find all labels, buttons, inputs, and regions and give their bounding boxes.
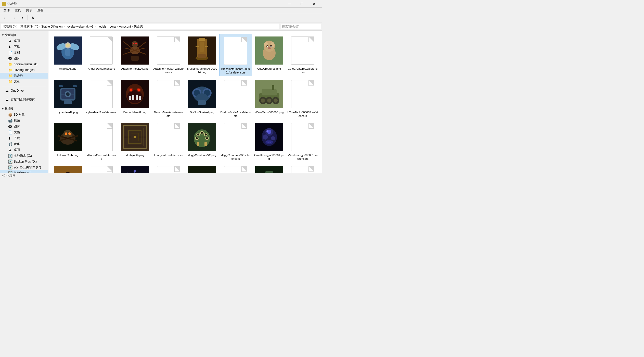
file-item-angelic-png[interactable]: AngelicAI.png bbox=[51, 34, 84, 76]
file-item-klabyrinth-safe[interactable]: kLabyrinth.safetensors bbox=[152, 120, 185, 162]
menu-share[interactable]: 共享 bbox=[24, 8, 34, 13]
sidebar-item-drive-l[interactable]: 💽 其他软件 (L:) bbox=[0, 170, 48, 173]
sidebar-item-3dobjects[interactable]: 📦 3D 对象 bbox=[0, 112, 48, 118]
file-item-kcutetank-safe[interactable]: kCuteTank-000005.safetensors bbox=[286, 77, 319, 119]
forward-button[interactable]: → bbox=[10, 14, 18, 22]
menu-view[interactable]: 查看 bbox=[35, 8, 45, 13]
sidebar-item-pc-desktop[interactable]: 🖥 桌面 bbox=[0, 147, 48, 153]
file-item-kvoid-png[interactable]: kVoidEnergy-000001.png bbox=[253, 120, 286, 162]
file-item-manyeyed-png[interactable]: ManyEyedHorrorAI-000011.png bbox=[186, 163, 218, 173]
file-thumbnail-cute bbox=[254, 35, 285, 66]
baidu-icon: ☁ bbox=[5, 98, 9, 102]
generic-file-icon bbox=[291, 36, 314, 65]
file-item-cyberdead-png[interactable]: cyberdead2.png bbox=[51, 77, 84, 119]
menu-home[interactable]: 主页 bbox=[13, 8, 23, 13]
file-item-cyberdead-safe[interactable]: cyberdead2.safetensors bbox=[85, 77, 118, 119]
content-area: AngelicAI.png AngelicAI.safetensors bbox=[48, 31, 322, 173]
maximize-button[interactable]: □ bbox=[296, 0, 308, 8]
documents-icon: 📄 bbox=[8, 51, 12, 55]
download-icon: ⬇ bbox=[8, 45, 12, 49]
pc-desktop-icon: 🖥 bbox=[8, 148, 12, 152]
drive-c-icon: 💽 bbox=[8, 154, 12, 158]
breadcrumb-part-2[interactable]: Stable Diffusion bbox=[41, 25, 63, 28]
file-item-dragon-safe[interactable]: Dra9onScaleAI.safetensors bbox=[219, 77, 252, 119]
menu-file[interactable]: 文件 bbox=[2, 8, 12, 13]
back-button[interactable]: ← bbox=[1, 14, 9, 22]
svg-point-92 bbox=[134, 136, 136, 138]
sidebar-item-music[interactable]: 🎵 音乐 bbox=[0, 141, 48, 147]
minimize-button[interactable]: ─ bbox=[284, 0, 295, 8]
file-item-kcutetank-png[interactable]: kCuteTank-000005.png bbox=[253, 77, 286, 119]
file-thumbnail-manyblades bbox=[120, 165, 150, 173]
up-button[interactable]: ↑ bbox=[18, 14, 27, 22]
breadcrumb-part-3[interactable]: novelai-webui-aki-v3 bbox=[66, 25, 94, 28]
file-thumbnail-kvoid-safe bbox=[287, 122, 318, 152]
file-item-manyblades-safe[interactable]: ManyBladesAIv2.safetensors bbox=[152, 163, 185, 173]
sidebar-item-onedrive[interactable]: ☁ OneDrive bbox=[0, 88, 48, 93]
sidebar-item-baidu[interactable]: ☁ 百度网盘同步空间 bbox=[0, 97, 48, 103]
file-item-ladybug-safe[interactable]: LadybugAI.safetensors bbox=[85, 163, 118, 173]
breadcrumb-part-7[interactable]: 悦合类 bbox=[134, 24, 143, 29]
file-item-kugly-safe[interactable]: kUglyCreaturesV2.safetensors bbox=[219, 120, 252, 162]
sidebar-item-downloads[interactable]: ⬇ 下载 bbox=[0, 44, 48, 50]
sidebar-item-pc-documents[interactable]: 📄 文档 bbox=[0, 129, 48, 135]
breadcrumb-part-6[interactable]: konyconi bbox=[119, 25, 131, 28]
sidebar-quick-access-label: 快速访问 bbox=[5, 33, 16, 37]
sidebar-item-novelai[interactable]: 📁 novelai-webui-aki bbox=[0, 61, 48, 67]
sidebar-thispc-header[interactable]: ▾ 此视频 bbox=[0, 106, 48, 112]
file-thumbnail-manyblades-safe bbox=[153, 165, 184, 173]
file-item-ladybug-png[interactable]: LadybugAI.png bbox=[51, 163, 84, 173]
file-item-arachno-png[interactable]: ArachnoPhobiaAI.png bbox=[119, 34, 151, 76]
sidebar-item-documents[interactable]: 📄 文档 bbox=[0, 50, 48, 56]
sidebar-item-pc-pictures[interactable]: 🖼 图片 bbox=[0, 124, 48, 129]
sidebar-item-desktop[interactable]: 🖥 桌面 bbox=[0, 38, 48, 44]
file-name-khorror-safe: kHorrorCrab.safetensors bbox=[86, 153, 117, 161]
folder-novelai-icon: 📁 bbox=[8, 62, 12, 66]
sidebar-item-video[interactable]: 📹 视频 bbox=[0, 118, 48, 124]
sidebar-sep-2 bbox=[2, 95, 46, 95]
file-item-khorror-png[interactable]: kHorrorCrab.png bbox=[51, 120, 84, 162]
sidebar-item-pc-downloads[interactable]: ⬇ 下载 bbox=[0, 135, 48, 141]
file-item-brass-png[interactable]: BrassInstrumentAI-000014.png bbox=[186, 34, 218, 76]
file-item-cute-safe[interactable]: CuteCreatures.safetensors bbox=[286, 34, 319, 76]
breadcrumb-part-1[interactable]: 其他软件 (b:) bbox=[20, 24, 38, 29]
file-item-arachno-safe[interactable]: ArachnoPhobiaAI.safetensors bbox=[152, 34, 185, 76]
sidebar-item-drive-e[interactable]: 💽 设计办公类软件 (E:) bbox=[0, 164, 48, 170]
file-thumbnail-kcutetank-safe bbox=[287, 79, 318, 109]
file-item-brass-safe[interactable]: BrassInstrumentAI-000014.safetensors bbox=[219, 34, 252, 76]
svg-rect-157 bbox=[265, 171, 273, 173]
sidebar-item-drive-c[interactable]: 💽 本地磁盘 (C:) bbox=[0, 153, 48, 159]
file-item-cute-png[interactable]: CuteCreatures.png bbox=[253, 34, 286, 76]
sidebar-item-yuhelei[interactable]: 📁 悦合类 bbox=[0, 73, 48, 79]
search-input[interactable] bbox=[282, 25, 319, 28]
file-item-kvoid-safe[interactable]: kVoidEnergy-000001.safetensors bbox=[286, 120, 319, 162]
file-item-mech4nim-safe[interactable]: Mech4nim4lAI.safetensors bbox=[286, 163, 319, 173]
sidebar-quick-access-header[interactable]: ▾ 快速访问 bbox=[0, 32, 48, 38]
sidebar-item-wenzhang[interactable]: 📁 文章 bbox=[0, 79, 48, 84]
file-name-kcutetank: kCuteTank-000005.png bbox=[255, 110, 284, 114]
sidebar-item-pictures[interactable]: 🖼 图片 bbox=[0, 56, 48, 61]
sidebar-item-pc-desktop-label: 桌面 bbox=[14, 148, 20, 152]
toolbar-separator bbox=[28, 15, 28, 20]
file-item-kugly-png[interactable]: kUglyCreaturesV2.png bbox=[186, 120, 218, 162]
sidebar-item-drive-e-label: 设计办公类软件 (E:) bbox=[14, 165, 41, 169]
file-item-khorror-safe[interactable]: kHorrorCrab.safetensors bbox=[85, 120, 118, 162]
refresh-button[interactable]: ↻ bbox=[29, 14, 37, 22]
sidebar-item-drive-d[interactable]: 💽 Backup Plus (D:) bbox=[0, 159, 48, 164]
file-item-manyeyed-safe[interactable]: ManyEyedHorrorAI-000011.safetensors bbox=[219, 163, 252, 173]
file-item-demonmaw-png[interactable]: DemonMawAI.png bbox=[119, 77, 151, 119]
sidebar-item-pc-downloads-label: 下载 bbox=[14, 136, 20, 140]
sidebar-item-txt2img[interactable]: 📁 txt2img-images bbox=[0, 67, 48, 73]
breadcrumb[interactable]: 此电脑 (b:) › 其他软件 (b:) › Stable Diffusion … bbox=[1, 24, 279, 29]
breadcrumb-part-5[interactable]: Lora bbox=[110, 25, 116, 28]
search-box[interactable] bbox=[280, 24, 321, 29]
breadcrumb-part-0[interactable]: 此电脑 (b:) bbox=[3, 24, 17, 29]
file-item-angelic-safe[interactable]: AngelicAI.safetensors bbox=[85, 34, 118, 76]
file-item-mech4nim-png[interactable]: Mech4nim4lAI.png bbox=[253, 163, 286, 173]
breadcrumb-part-4[interactable]: models bbox=[97, 25, 107, 28]
close-button[interactable]: ✕ bbox=[308, 0, 320, 8]
file-item-klabyrinth-png[interactable]: kLabyrinth.png bbox=[119, 120, 151, 162]
file-item-demonmaw-safe[interactable]: DemonMawAI.safetensors bbox=[152, 77, 185, 119]
file-item-manyblades-png[interactable]: ManyBladesAIv2.png bbox=[119, 163, 151, 173]
file-item-dragon-png[interactable]: Dra9onScaleAI.png bbox=[186, 77, 218, 119]
